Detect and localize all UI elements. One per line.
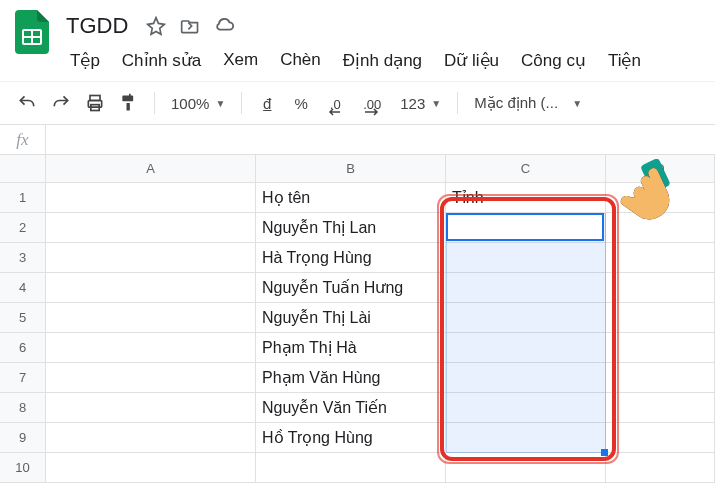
cell[interactable]: Nguyễn Thị Lài — [256, 303, 446, 333]
menu-view[interactable]: Xem — [213, 46, 268, 75]
cell[interactable]: Tỉnh — [446, 183, 606, 213]
cell[interactable] — [606, 273, 715, 303]
row-header[interactable]: 7 — [0, 363, 46, 393]
cell[interactable] — [446, 243, 606, 273]
col-header-B[interactable]: B — [256, 155, 446, 183]
cell[interactable] — [446, 363, 606, 393]
row-header[interactable]: 9 — [0, 423, 46, 453]
menu-format[interactable]: Định dạng — [333, 46, 432, 75]
cell[interactable]: Họ tên — [256, 183, 446, 213]
cell[interactable]: Nguyễn Tuấn Hưng — [256, 273, 446, 303]
document-title[interactable]: TGDD — [60, 11, 134, 41]
cell[interactable] — [46, 393, 256, 423]
cell[interactable] — [606, 333, 715, 363]
zoom-dropdown[interactable]: 100%▼ — [165, 88, 231, 118]
cell[interactable] — [446, 333, 606, 363]
formula-input[interactable] — [46, 125, 715, 154]
toolbar: 100%▼ đ % .0 .00 123▼ Mặc định (...▼ — [0, 81, 715, 125]
menu-extensions[interactable]: Tiện — [598, 46, 651, 75]
row-header[interactable]: 8 — [0, 393, 46, 423]
menu-edit[interactable]: Chỉnh sửa — [112, 46, 211, 75]
cell[interactable] — [46, 213, 256, 243]
row-header[interactable]: 10 — [0, 453, 46, 483]
row-header[interactable]: 4 — [0, 273, 46, 303]
cell[interactable] — [46, 453, 256, 483]
cell[interactable]: Phạm Văn Hùng — [256, 363, 446, 393]
font-dropdown[interactable]: Mặc định (...▼ — [468, 88, 588, 118]
menubar: Tệp Chỉnh sửa Xem Chèn Định dạng Dữ liệu… — [60, 44, 703, 81]
cell[interactable] — [606, 213, 715, 243]
cell[interactable] — [606, 393, 715, 423]
menu-tools[interactable]: Công cụ — [511, 46, 596, 75]
cell[interactable] — [446, 393, 606, 423]
star-icon[interactable] — [144, 14, 168, 38]
cell[interactable]: Nguyễn Văn Tiến — [256, 393, 446, 423]
cell[interactable] — [46, 273, 256, 303]
spreadsheet-grid: A B C D 1Họ tênTỉnh 2Nguyễn Thị Lan 3Hà … — [0, 155, 715, 483]
cell[interactable] — [46, 423, 256, 453]
redo-button[interactable] — [46, 88, 76, 118]
undo-button[interactable] — [12, 88, 42, 118]
cell[interactable] — [606, 453, 715, 483]
cell[interactable] — [446, 303, 606, 333]
col-header-A[interactable]: A — [46, 155, 256, 183]
cloud-status-icon[interactable] — [212, 14, 236, 38]
fx-label: fx — [0, 125, 46, 154]
col-header-D[interactable]: D — [606, 155, 715, 183]
menu-file[interactable]: Tệp — [60, 46, 110, 75]
cell[interactable] — [46, 303, 256, 333]
menu-data[interactable]: Dữ liệu — [434, 46, 509, 75]
cell[interactable] — [256, 453, 446, 483]
cell[interactable] — [606, 423, 715, 453]
col-header-C[interactable]: C — [446, 155, 606, 183]
cell[interactable]: Nguyễn Thị Lan — [256, 213, 446, 243]
row-header[interactable]: 3 — [0, 243, 46, 273]
row-header[interactable]: 6 — [0, 333, 46, 363]
menu-insert[interactable]: Chèn — [270, 46, 331, 75]
number-format-dropdown[interactable]: 123▼ — [394, 88, 447, 118]
increase-decimal-button[interactable]: .00 — [354, 88, 390, 118]
row-header[interactable]: 5 — [0, 303, 46, 333]
decrease-decimal-button[interactable]: .0 — [320, 88, 350, 118]
cell[interactable] — [46, 183, 256, 213]
cell[interactable] — [46, 363, 256, 393]
cell[interactable] — [446, 213, 606, 243]
currency-button[interactable]: đ — [252, 88, 282, 118]
cell[interactable] — [446, 273, 606, 303]
cell[interactable] — [46, 243, 256, 273]
move-icon[interactable] — [178, 14, 202, 38]
zoom-value: 100% — [171, 95, 209, 112]
sheets-logo[interactable] — [12, 12, 52, 52]
cell[interactable] — [606, 183, 715, 213]
row-header[interactable]: 1 — [0, 183, 46, 213]
print-button[interactable] — [80, 88, 110, 118]
cell[interactable]: Hồ Trọng Hùng — [256, 423, 446, 453]
cell[interactable] — [606, 303, 715, 333]
cell[interactable]: Phạm Thị Hà — [256, 333, 446, 363]
percent-button[interactable]: % — [286, 88, 316, 118]
cell[interactable] — [46, 333, 256, 363]
cell[interactable] — [446, 453, 606, 483]
cell[interactable] — [446, 423, 606, 453]
cell[interactable]: Hà Trọng Hùng — [256, 243, 446, 273]
cell[interactable] — [606, 243, 715, 273]
cell[interactable] — [606, 363, 715, 393]
select-all-corner[interactable] — [0, 155, 46, 183]
paint-format-button[interactable] — [114, 88, 144, 118]
row-header[interactable]: 2 — [0, 213, 46, 243]
